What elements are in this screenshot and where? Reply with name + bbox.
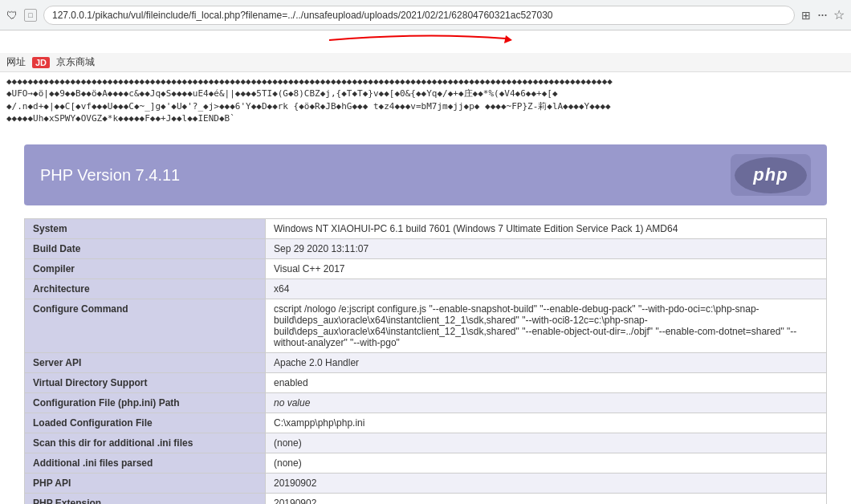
table-cell-key: PHP Extension [25,494,266,505]
table-cell-value: x64 [266,279,827,299]
table-row: PHP Extension20190902 [25,494,827,505]
more-icon[interactable]: ··· [817,6,827,23]
phpinfo-table: SystemWindows NT XIAOHUI-PC 6.1 build 76… [24,218,827,504]
table-row: CompilerVisual C++ 2017 [25,259,827,279]
table-row: PHP API20190902 [25,474,827,494]
php-logo: php [731,154,811,196]
jd-badge[interactable]: JD [32,57,50,68]
red-arrow [305,32,546,55]
table-cell-key: Server API [25,353,266,373]
table-row: Scan this dir for additional .ini files(… [25,433,827,453]
table-cell-value: C:\xampp\php\php.ini [266,413,827,433]
favicon-icon: □ [28,11,32,19]
table-row: SystemWindows NT XIAOHUI-PC 6.1 build 76… [25,219,827,239]
qr-icon[interactable]: ⊞ [801,9,811,22]
table-cell-key: Configure Command [25,299,266,353]
toolbar: 网址 JD 京东商城 [0,53,851,72]
table-cell-key: Architecture [25,279,266,299]
garbled-line-1: ◆◆◆◆◆◆◆◆◆◆◆◆◆◆◆◆◆◆◆◆◆◆◆◆◆◆◆◆◆◆◆◆◆◆◆◆◆◆◆◆… [6,75,845,87]
table-cell-key: Scan this dir for additional .ini files [25,433,266,453]
phpinfo-container: PHP Version 7.4.11 php SystemWindows NT … [0,128,851,504]
table-cell-value: Sep 29 2020 13:11:07 [266,239,827,259]
table-cell-value: no value [266,393,827,413]
url-text: 127.0.0.1/pikachu/vul/fileinclude/fi_loc… [52,10,553,21]
garbled-line-3: ◆/.n◆d+◆|◆◆C[◆vf◆◆◆U◆◆◆C◆~_]g◆'◆U◆'?_◆j>… [6,100,845,112]
table-cell-value: (none) [266,433,827,453]
table-cell-value: cscript /nologo /e:jscript configure.js … [266,299,827,353]
php-logo-inner: php [735,157,807,193]
table-cell-value: Windows NT XIAOHUI-PC 6.1 build 7601 (Wi… [266,219,827,239]
garbled-line-4: ◆◆◆◆◆Uh◆xSPWY◆OVGZ◆*k◆◆◆◆◆F◆◆+J◆◆l◆◆IEND… [6,112,845,124]
php-logo-text: php [753,165,788,185]
table-cell-value: 20190902 [266,494,827,505]
jd-text-label[interactable]: 京东商城 [56,55,95,69]
table-cell-key: Virtual Directory Support [25,373,266,393]
table-cell-key: Compiler [25,259,266,279]
annotation-arrow-container [0,30,851,53]
table-cell-value: (none) [266,453,827,474]
table-cell-value: Visual C++ 2017 [266,259,827,279]
php-version-text: PHP Version 7.4.11 [40,166,180,185]
table-row: Virtual Directory Supportenabled [25,373,827,393]
table-cell-value: enabled [266,373,827,393]
garbled-line-2: ◆UFO→◆ö|◆◆9◆◆B◆◆ö◆A◆◆◆◆c&◆◆Jq◆S◆◆◆◆uE4◆é… [6,87,845,100]
svg-marker-0 [504,35,512,43]
table-cell-value: Apache 2.0 Handler [266,353,827,373]
table-cell-key: Configuration File (php.ini) Path [25,393,266,413]
table-row: Loaded Configuration FileC:\xampp\php\ph… [25,413,827,433]
table-cell-key: Build Date [25,239,266,259]
browser-chrome: 🛡 □ 127.0.0.1/pikachu/vul/fileinclude/fi… [0,0,851,30]
table-row: Build DateSep 29 2020 13:11:07 [25,239,827,259]
table-row: Architecturex64 [25,279,827,299]
table-cell-key: System [25,219,266,239]
table-cell-key: Loaded Configuration File [25,413,266,433]
toolbar-wangzhi-label: 网址 [6,55,26,69]
table-row: Additional .ini files parsed(none) [25,453,827,474]
url-bar[interactable]: 127.0.0.1/pikachu/vul/fileinclude/fi_loc… [43,6,795,25]
table-cell-key: PHP API [25,474,266,494]
table-row: Server APIApache 2.0 Handler [25,353,827,373]
favicon: □ [24,9,37,22]
table-row: Configure Commandcscript /nologo /e:jscr… [25,299,827,353]
php-header: PHP Version 7.4.11 php [24,144,827,205]
table-cell-value: 20190902 [266,474,827,494]
table-cell-key: Additional .ini files parsed [25,453,266,474]
garbled-content: ◆◆◆◆◆◆◆◆◆◆◆◆◆◆◆◆◆◆◆◆◆◆◆◆◆◆◆◆◆◆◆◆◆◆◆◆◆◆◆◆… [0,72,851,128]
shield-icon: 🛡 [6,9,18,22]
table-row: Configuration File (php.ini) Pathno valu… [25,393,827,413]
bookmark-icon[interactable]: ☆ [833,7,845,22]
browser-actions: ⊞ ··· ☆ [801,6,845,23]
